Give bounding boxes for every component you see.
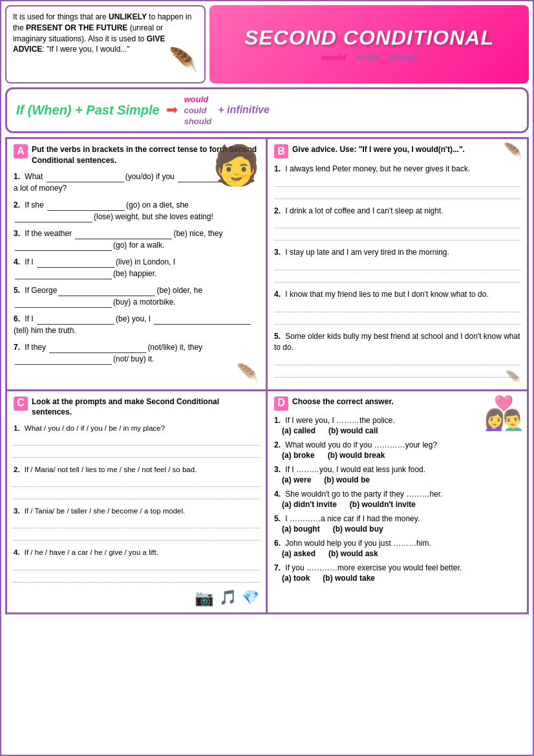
formula-modal-verbs: would could should: [184, 94, 212, 126]
word-could: could: [356, 52, 379, 62]
option-a: (a) broke: [282, 451, 315, 460]
list-item: 2. If she (go) on a diet, she (lose) wei…: [14, 199, 259, 222]
character-d-icon: 👩‍❤️‍👨: [484, 394, 524, 432]
list-item: 7. If they (not/like) it, they (not/ buy…: [14, 341, 259, 365]
choice-options: (a) asked (b) would ask: [282, 549, 520, 558]
prompt-text: 4. If / he / have / a car / he / give / …: [14, 547, 259, 557]
answer-line: [14, 518, 259, 528]
section-b: 🪶 B Give advice. Use: "If I were you, I …: [267, 138, 528, 391]
answer-line: [274, 218, 520, 228]
formula-bar: If (When) + Past Simple ➡ would could sh…: [5, 87, 529, 133]
list-item: 3. If I ………you, I would eat less junk fo…: [274, 465, 520, 484]
list-item: 3. I stay up late and I am very tired in…: [274, 247, 520, 283]
option-b: (b) would take: [323, 574, 375, 583]
section-d-instruction: Choose the correct answer.: [292, 396, 394, 407]
choice-question: 2. What would you do if you …………your leg…: [274, 440, 520, 449]
list-item: 3. If the weather (be) nice, they (go) f…: [14, 228, 259, 251]
blank: [15, 279, 112, 279]
choice-question: 7. If you …………more exercise you would fe…: [274, 563, 520, 572]
blank: [49, 352, 146, 353]
scenario-text: 5. Some older kids bully my best friend …: [274, 331, 520, 353]
answer-line: [14, 572, 259, 583]
answer-line: [274, 177, 520, 187]
page: It is used for things that are UNLIKELY …: [0, 0, 534, 756]
blank: [47, 182, 124, 182]
prompt-text: 3. If / Tania/ be / taller / she / becom…: [14, 506, 259, 516]
answer-line: [14, 489, 259, 499]
section-c-instruction: Look at the prompts and make Second Cond…: [32, 396, 259, 418]
blank: [75, 239, 172, 239]
answer-line: [14, 477, 259, 487]
formula-if-part: If (When) + Past Simple: [16, 103, 160, 118]
gem-icon: 💎: [242, 589, 259, 607]
section-b-list: 1. I always lend Peter money, but he nev…: [274, 164, 520, 378]
list-item: 5. If George(be) older, he (buy) a motor…: [14, 285, 259, 308]
list-item: 4. If I (live) in London, I (be) happier…: [14, 256, 259, 279]
list-item: 2. What would you do if you …………your leg…: [274, 440, 520, 460]
list-item: 4. If / he / have / a car / he / give / …: [14, 547, 259, 582]
header-description: It is used for things that are UNLIKELY …: [5, 5, 206, 83]
header: It is used for things that are UNLIKELY …: [5, 5, 529, 83]
answer-line: [14, 560, 259, 570]
word-should: should: [389, 52, 417, 62]
choice-options: (a) didn't invite (b) wouldn't invite: [282, 500, 520, 509]
list-item: 4. She wouldn't go to the party if they …: [274, 490, 520, 509]
scenario-text: 4. I know that my friend lies to me but …: [274, 289, 520, 300]
blank: [47, 210, 125, 211]
choice-question: 4. She wouldn't go to the party if they …: [274, 490, 520, 499]
answer-line: [274, 302, 520, 312]
section-b-label: B: [274, 144, 288, 158]
answer-line: [274, 230, 520, 241]
formula-words-display: would could should: [322, 52, 417, 62]
formula-arrow: ➡: [166, 102, 178, 118]
answer-line: [274, 260, 520, 270]
blank: [37, 324, 114, 325]
feather-icon: 🪶: [169, 44, 198, 76]
blank: [15, 307, 112, 308]
formula-could: could: [184, 105, 207, 115]
list-item: 6. John would help you if you just ………hi…: [274, 539, 520, 558]
choice-options: (a) broke (b) would break: [282, 451, 520, 460]
word-would: would: [322, 52, 347, 62]
page-title: SECOND CONDITIONAL: [244, 26, 494, 50]
prompt-text: 1. What / you / do / if / you / be / in …: [14, 423, 259, 433]
section-b-header: B Give advice. Use: "If I were you, I wo…: [274, 144, 520, 158]
prompt-text: 2. If / Maria/ not tell / lies to me / s…: [14, 464, 259, 475]
choice-question: 6. John would help you if you just ………hi…: [274, 539, 520, 548]
list-item: 2. I drink a lot of coffee and I can't s…: [274, 206, 520, 241]
section-c: C Look at the prompts and make Second Co…: [6, 391, 267, 613]
section-d: 👩‍❤️‍👨 D Choose the correct answer. 1. I…: [267, 391, 528, 613]
feather-bottom-b-icon: 🪶: [506, 370, 522, 385]
option-b: (b) would call: [328, 426, 378, 435]
blank: [37, 267, 114, 268]
section-b-instruction: Give advice. Use: "If I were you, I woul…: [292, 144, 465, 155]
option-a: (a) didn't invite: [282, 500, 337, 509]
scenario-text: 2. I drink a lot of coffee and I can't s…: [274, 206, 520, 217]
section-a: 🧑 A Put the verbs in brackets in the cor…: [6, 138, 267, 391]
option-a: (a) called: [282, 426, 315, 435]
section-c-header: C Look at the prompts and make Second Co…: [14, 396, 259, 418]
section-a-label: A: [14, 144, 28, 158]
choice-options: (a) were (b) would be: [282, 475, 520, 484]
list-item: 7. If you …………more exercise you would fe…: [274, 563, 520, 583]
music-icon: 🎵: [219, 589, 237, 607]
feather-b-icon: 🪶: [504, 142, 523, 160]
choice-question: 3. If I ………you, I would eat less junk fo…: [274, 465, 520, 474]
section-d-list: 1. If I were you, I ………the police. (a) c…: [274, 416, 520, 583]
option-a: (a) bought: [282, 524, 320, 534]
formula-should: should: [184, 116, 212, 126]
list-item: 1. What / you / do / if / you / be / in …: [14, 423, 259, 458]
list-item: 5. I …………a nice car if I had the money. …: [274, 514, 520, 534]
answer-line: [274, 355, 520, 365]
answer-line: [274, 314, 520, 325]
answer-line: [14, 530, 259, 541]
header-title-area: SECOND CONDITIONAL would could should: [209, 5, 529, 83]
decoration-bottom-a: 🪶: [237, 363, 259, 384]
answer-line: [274, 189, 520, 199]
blank: [58, 296, 155, 296]
answer-line: [14, 435, 259, 446]
blank: [15, 222, 92, 222]
description-text: It is used for things that are UNLIKELY …: [13, 12, 191, 54]
blank: [15, 364, 112, 365]
option-a: (a) asked: [282, 549, 315, 558]
